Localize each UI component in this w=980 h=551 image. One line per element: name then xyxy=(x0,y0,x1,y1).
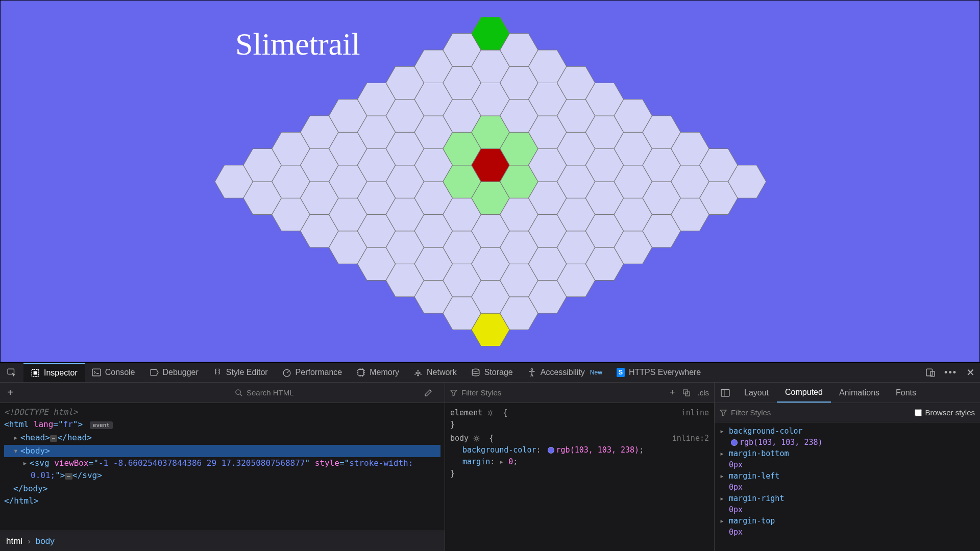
rule-element: element xyxy=(450,408,482,417)
tab-performance[interactable]: Performance xyxy=(275,363,350,382)
pseudo-class-button[interactable] xyxy=(682,389,691,397)
filter-styles-input[interactable]: Filter Styles xyxy=(450,388,665,397)
svg-point-6 xyxy=(418,375,419,376)
tab-storage[interactable]: Storage xyxy=(464,363,520,382)
https-icon: S xyxy=(617,368,625,377)
computed-filter-input[interactable]: Filter Styles xyxy=(720,408,910,417)
app-viewport: Slimetrail xyxy=(0,0,980,362)
svg-point-7 xyxy=(472,369,479,371)
tab-style-label: Style Editor xyxy=(226,368,268,377)
tab-fonts-label: Fonts xyxy=(896,388,916,397)
tab-network-label: Network xyxy=(427,368,457,377)
svg-rect-5 xyxy=(358,369,364,375)
tab-animations-label: Animations xyxy=(839,388,879,397)
new-badge: New xyxy=(590,369,602,376)
event-badge[interactable]: event xyxy=(90,421,113,429)
tab-computed-label: Computed xyxy=(785,388,823,397)
svg-point-14 xyxy=(489,412,492,414)
tab-memory-label: Memory xyxy=(370,368,399,377)
tab-debugger-label: Debugger xyxy=(163,368,199,377)
tab-storage-label: Storage xyxy=(484,368,513,377)
computed-value: 0px xyxy=(720,482,975,493)
val-margin: 0 xyxy=(508,457,513,466)
tab-layout-label: Layout xyxy=(744,388,769,397)
computed-prop[interactable]: ▸ margin-bottom xyxy=(720,448,975,459)
filter-placeholder: Filter Styles xyxy=(461,388,501,397)
crumb-html[interactable]: html xyxy=(6,536,22,546)
rules-panel: Filter Styles + .cls element {inline } b… xyxy=(445,383,715,551)
svg-rect-3 xyxy=(92,369,101,376)
meatball-menu-icon[interactable]: ••• xyxy=(944,367,957,378)
tab-memory[interactable]: Memory xyxy=(349,363,406,382)
browser-styles-label: Browser styles xyxy=(925,408,975,417)
dom-panel: + Search HTML <!DOCTYPE html> <html lang… xyxy=(0,383,445,551)
add-rule-button[interactable]: + xyxy=(670,387,675,398)
svg-rect-9 xyxy=(926,369,932,376)
computed-value: 0px xyxy=(720,527,975,538)
crumb-body[interactable]: body xyxy=(36,536,55,546)
tab-inspector[interactable]: Inspector xyxy=(23,363,85,382)
tab-fonts[interactable]: Fonts xyxy=(888,383,924,403)
dom-doctype: <!DOCTYPE html> xyxy=(4,407,78,417)
pick-element-button[interactable] xyxy=(0,363,23,382)
extension-label: HTTPS Everywhere xyxy=(629,368,701,377)
computed-value: 0px xyxy=(720,504,975,515)
edit-html-button[interactable] xyxy=(424,389,445,397)
sidebar-toggle-button[interactable] xyxy=(715,383,736,403)
svg-point-15 xyxy=(475,437,478,440)
breadcrumb[interactable]: html › body xyxy=(0,531,445,551)
computed-prop[interactable]: ▸ background-color xyxy=(720,425,975,437)
tab-computed[interactable]: Computed xyxy=(777,383,831,403)
tab-style-editor[interactable]: Style Editor xyxy=(206,363,275,382)
computed-value: rgb(103, 103, 238) xyxy=(720,437,975,448)
svg-point-8 xyxy=(531,369,532,370)
responsive-mode-icon[interactable] xyxy=(926,368,935,377)
svg-rect-16 xyxy=(721,389,729,396)
tab-animations[interactable]: Animations xyxy=(831,383,888,403)
computed-filter-placeholder: Filter Styles xyxy=(731,408,771,417)
svg-rect-2 xyxy=(34,371,37,375)
search-html-placeholder: Search HTML xyxy=(247,388,294,397)
computed-props[interactable]: ▸ background-colorrgb(103, 103, 238)▸ ma… xyxy=(715,422,980,551)
rule-inline: inline xyxy=(681,407,709,419)
rule-body-selector: body xyxy=(450,434,469,443)
extension-https-everywhere[interactable]: S HTTPS Everywhere xyxy=(609,363,708,382)
computed-prop[interactable]: ▸ margin-top xyxy=(720,515,975,527)
tab-network[interactable]: Network xyxy=(406,363,464,382)
prop-margin: margin xyxy=(462,457,490,466)
cls-button[interactable]: .cls xyxy=(698,388,709,397)
svg-point-11 xyxy=(236,390,240,394)
prop-bg: background-color xyxy=(462,445,536,455)
color-swatch-icon[interactable] xyxy=(548,447,554,454)
tab-console-label: Console xyxy=(105,368,135,377)
dom-selected-body[interactable]: ▾<body> xyxy=(4,445,440,457)
close-devtools-icon[interactable]: ✕ xyxy=(966,366,975,379)
computed-prop[interactable]: ▸ margin-left xyxy=(720,470,975,482)
tab-accessibility-label: Accessibility xyxy=(541,368,585,377)
computed-value: 0px xyxy=(720,459,975,470)
tab-performance-label: Performance xyxy=(296,368,342,377)
tab-console[interactable]: Console xyxy=(85,363,142,382)
dom-tree[interactable]: <!DOCTYPE html> <html lang="fr"> event ▸… xyxy=(0,403,445,531)
browser-styles-checkbox[interactable]: Browser styles xyxy=(915,408,975,417)
devtools: Inspector Console Debugger Style Editor … xyxy=(0,362,980,551)
tab-debugger[interactable]: Debugger xyxy=(142,363,206,382)
computed-panel: Layout Computed Animations Fonts Filter … xyxy=(715,383,980,551)
search-html-input[interactable]: Search HTML xyxy=(235,388,424,397)
tab-accessibility[interactable]: Accessibility New xyxy=(520,363,609,382)
devtools-tabbar: Inspector Console Debugger Style Editor … xyxy=(0,362,980,383)
rule-inline2: inline:2 xyxy=(672,433,709,444)
add-node-button[interactable]: + xyxy=(0,387,20,398)
computed-prop[interactable]: ▸ margin-right xyxy=(720,493,975,504)
tab-inspector-label: Inspector xyxy=(44,368,78,378)
rules-body[interactable]: element {inline } body {inline:2 backgro… xyxy=(445,403,714,551)
val-bg: rgb(103, 103, 238) xyxy=(556,445,640,455)
hex-board[interactable] xyxy=(215,16,766,347)
tab-layout[interactable]: Layout xyxy=(736,383,777,403)
